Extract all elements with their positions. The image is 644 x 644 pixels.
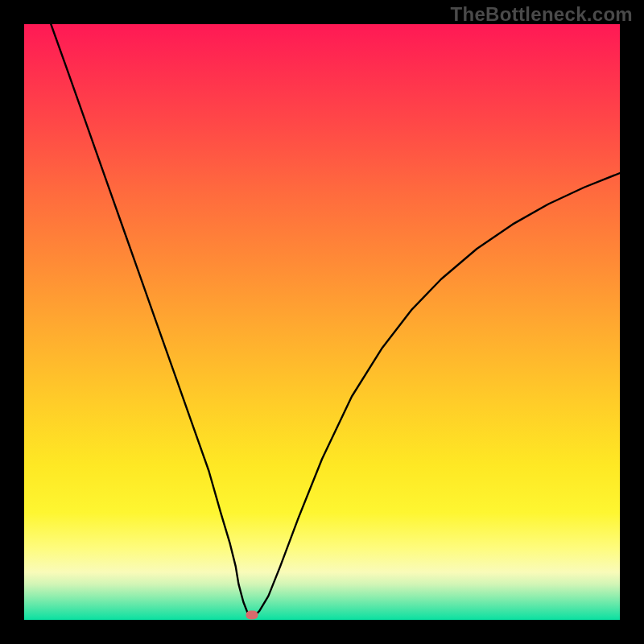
plot-area bbox=[24, 24, 620, 620]
bottleneck-curve bbox=[51, 24, 620, 617]
chart-svg bbox=[24, 24, 620, 620]
current-config-marker bbox=[246, 611, 258, 620]
chart-frame: TheBottleneck.com bbox=[0, 0, 644, 644]
watermark-text: TheBottleneck.com bbox=[451, 3, 633, 26]
